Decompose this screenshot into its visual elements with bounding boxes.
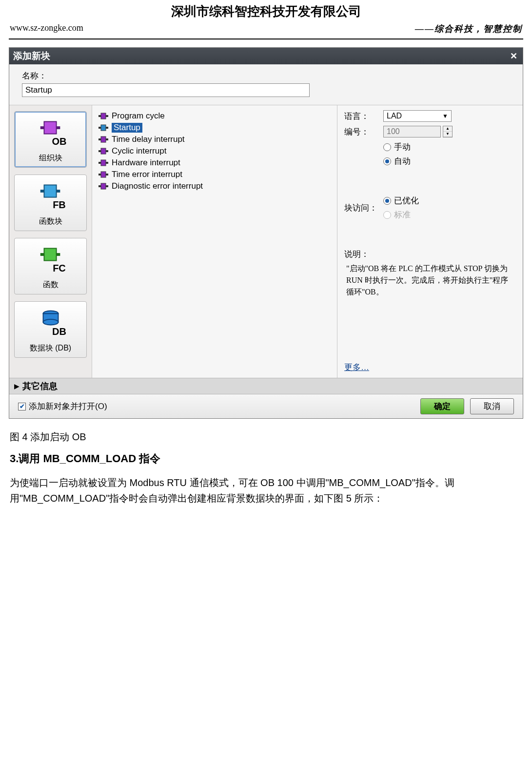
svg-rect-8 [56, 253, 60, 256]
dialog-body: OB 组织块 FB 函数块 FC 函数 DB [9, 105, 523, 378]
svg-rect-17 [106, 127, 108, 129]
radio-icon [383, 157, 391, 165]
name-label: 名称： [22, 71, 47, 80]
svg-rect-30 [101, 183, 106, 189]
other-info-label: 其它信息 [22, 380, 58, 392]
add-block-dialog: 添加新块 ✕ 名称： OB 组织块 FB 函数块 [9, 47, 523, 419]
svg-rect-21 [101, 148, 106, 154]
spinner-down-icon[interactable]: ▼ [443, 132, 452, 137]
svg-rect-6 [44, 248, 56, 260]
svg-rect-31 [99, 185, 101, 187]
db-label: 数据块 (DB) [17, 343, 84, 353]
language-select[interactable]: LAD ▼ [383, 110, 452, 122]
svg-rect-14 [106, 115, 108, 117]
properties-panel: 语言： LAD ▼ 编号： ▲▼ [337, 105, 523, 378]
block-type-fb[interactable]: FB 函数块 [14, 175, 87, 231]
block-type-ob[interactable]: OB 组织块 [14, 111, 87, 168]
tree-item-label: Program cycle [112, 111, 165, 121]
svg-rect-12 [101, 113, 106, 119]
radio-auto[interactable]: 自动 [383, 156, 411, 167]
dialog-titlebar: 添加新块 ✕ [9, 48, 523, 64]
language-value: LAD [387, 112, 402, 120]
svg-rect-15 [101, 125, 106, 131]
open-after-add-checkbox[interactable]: ✔ 添加新对象并打开(O) [18, 401, 107, 412]
tree-item[interactable]: Time error interrupt [96, 169, 333, 180]
spinner-up-icon[interactable]: ▲ [443, 126, 452, 132]
header-divider [9, 39, 523, 39]
svg-rect-28 [99, 174, 101, 176]
name-row: 名称： [9, 64, 523, 98]
doc-company-header: 深圳市综科智控科技开发有限公司 [0, 0, 532, 20]
block-node-icon [98, 136, 109, 143]
svg-rect-29 [106, 174, 108, 176]
radio-optimized-label: 已优化 [394, 195, 419, 206]
checkbox-icon: ✔ [18, 403, 26, 410]
tree-item-label: Cyclic interrupt [112, 146, 166, 156]
svg-rect-20 [106, 138, 108, 140]
fc-code: FC [25, 263, 93, 274]
tree-item-label: Hardware interrupt [112, 158, 180, 168]
company-name: 深圳市综科智控科技开发有限公司 [0, 3, 532, 20]
svg-rect-7 [40, 253, 44, 256]
block-type-db[interactable]: DB 数据块 (DB) [14, 301, 87, 358]
company-slogan: ——综合科技，智慧控制 [415, 23, 522, 35]
svg-rect-25 [99, 162, 101, 164]
block-node-icon [98, 159, 109, 167]
company-url: www.sz-zongke.com [10, 23, 83, 35]
radio-optimized[interactable]: 已优化 [383, 195, 419, 206]
radio-standard-label: 标准 [394, 209, 411, 220]
ob-label: 组织块 [17, 153, 84, 163]
section-title: 3.调用 MB_COMM_LOAD 指令 [10, 451, 522, 466]
tree-item[interactable]: Cyclic interrupt [96, 145, 333, 157]
name-input[interactable] [22, 83, 310, 97]
db-code: DB [25, 326, 93, 337]
radio-standard: 标准 [383, 209, 419, 220]
fb-code: FB [25, 199, 93, 211]
chevron-down-icon: ▼ [442, 113, 448, 119]
svg-rect-1 [40, 126, 44, 129]
other-info-expander[interactable]: ▶ 其它信息 [9, 378, 523, 394]
dialog-title: 添加新块 [13, 50, 50, 62]
svg-rect-23 [106, 150, 108, 152]
radio-icon [383, 143, 391, 151]
radio-manual[interactable]: 手动 [383, 141, 411, 153]
svg-rect-27 [101, 172, 106, 177]
svg-rect-5 [56, 190, 60, 193]
block-type-fc[interactable]: FC 函数 [14, 238, 87, 294]
svg-rect-18 [101, 136, 106, 142]
radio-icon [383, 211, 391, 219]
caret-right-icon: ▶ [14, 382, 20, 390]
svg-rect-32 [106, 185, 108, 187]
radio-auto-label: 自动 [394, 156, 411, 167]
radio-manual-label: 手动 [394, 141, 411, 153]
svg-rect-16 [99, 127, 101, 129]
block-access-label: 块访问： [344, 202, 383, 214]
svg-rect-26 [106, 162, 108, 164]
number-input[interactable] [383, 126, 441, 137]
svg-rect-3 [44, 185, 56, 197]
close-icon[interactable]: ✕ [508, 51, 519, 61]
fc-label: 函数 [17, 280, 84, 290]
tree-item[interactable]: Program cycle [96, 110, 333, 122]
tree-item-label: Startup [112, 123, 142, 133]
block-node-icon [98, 112, 109, 120]
svg-rect-19 [99, 138, 101, 140]
svg-rect-24 [101, 160, 106, 166]
dialog-footer: ✔ 添加新对象并打开(O) 确定 取消 [9, 394, 523, 418]
tree-item[interactable]: Hardware interrupt [96, 157, 333, 169]
radio-icon [383, 197, 391, 205]
doc-subheader: www.sz-zongke.com ——综合科技，智慧控制 [0, 20, 532, 39]
tree-item-label: Time error interrupt [112, 170, 182, 179]
ok-button[interactable]: 确定 [420, 398, 464, 414]
body-paragraph: 为使端口一启动就被设置为 Modbus RTU 通信模式，可在 OB 100 中… [10, 475, 522, 506]
more-link[interactable]: 更多… [344, 362, 369, 373]
tree-item[interactable]: Time delay interrupt [96, 134, 333, 145]
tree-item-label: Diagnostic error interrupt [112, 181, 203, 191]
number-spinner[interactable]: ▲▼ [443, 126, 453, 137]
open-after-add-label: 添加新对象并打开(O) [29, 401, 107, 412]
svg-rect-4 [40, 190, 44, 193]
cancel-button[interactable]: 取消 [470, 398, 514, 414]
tree-item[interactable]: Diagnostic error interrupt [96, 180, 333, 192]
tree-item[interactable]: Startup [96, 122, 333, 134]
block-node-icon [98, 182, 109, 190]
